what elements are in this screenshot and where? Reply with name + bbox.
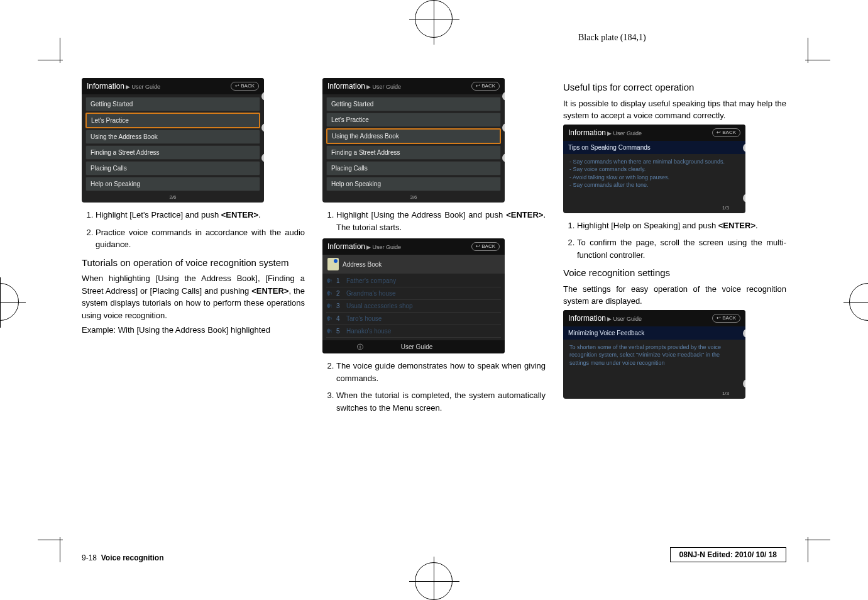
screenshot-address-book-menu: Information▶ User Guide ↩ BACK Getting S… bbox=[322, 78, 505, 203]
voice-icon: 🗣 bbox=[326, 276, 332, 286]
paragraph-tutorials: When highlighting [Using the Address Boo… bbox=[82, 272, 305, 321]
step-2: The voice guide demonstrates how to spea… bbox=[336, 360, 546, 384]
breadcrumb: ▶ User Guide bbox=[366, 84, 401, 90]
address-book-title: Address Book bbox=[343, 260, 382, 269]
breadcrumb: ▶ User Guide bbox=[607, 316, 642, 322]
back-button[interactable]: ↩ BACK bbox=[712, 128, 740, 137]
steps-list-3: Highlight [Help on Speaking] and push <E… bbox=[563, 219, 786, 262]
menu-item-lets-practice[interactable]: Let's Practice bbox=[326, 113, 501, 127]
back-button[interactable]: ↩ BACK bbox=[712, 314, 740, 323]
screen-title: Information bbox=[568, 314, 606, 323]
registration-mark-left bbox=[0, 283, 19, 321]
screenshot-lets-practice: Information▶ User Guide ↩ BACK Getting S… bbox=[82, 78, 264, 203]
step-1: Highlight [Help on Speaking] and push <E… bbox=[577, 219, 786, 232]
crop-mark bbox=[60, 38, 60, 63]
breadcrumb: ▶ User Guide bbox=[607, 130, 642, 136]
list-item[interactable]: 🗣5Hanako's house bbox=[326, 325, 501, 338]
breadcrumb: ▶ User Guide bbox=[366, 244, 401, 250]
registration-mark-top bbox=[415, 0, 453, 38]
footer-label: User Guide bbox=[401, 342, 433, 352]
crop-mark bbox=[808, 537, 808, 562]
crop-mark bbox=[38, 60, 63, 60]
screen-title: Information bbox=[87, 82, 124, 91]
back-button[interactable]: ↩ BACK bbox=[231, 82, 259, 91]
heading-tutorials: Tutorials on operation of voice recognit… bbox=[82, 256, 305, 270]
list-item[interactable]: 🗣2Grandma's house bbox=[326, 287, 501, 300]
scroll-up-icon[interactable]: ▲ bbox=[743, 329, 745, 338]
subtitle-bar: Minimizing Voice Feedback bbox=[563, 326, 745, 340]
paragraph-example: Example: With [Using the Address Book] h… bbox=[82, 324, 305, 336]
voice-icon: 🗣 bbox=[326, 314, 332, 323]
voice-icon: 🗣 bbox=[326, 301, 332, 311]
voice-icon: 🗣 bbox=[326, 289, 332, 298]
page-content: Information▶ User Guide ↩ BACK Getting S… bbox=[82, 75, 786, 562]
column-1: Information▶ User Guide ↩ BACK Getting S… bbox=[82, 75, 305, 540]
back-button[interactable]: ↩ BACK bbox=[471, 82, 500, 91]
menu-item-help-speaking[interactable]: Help on Speaking bbox=[85, 177, 260, 191]
screen-title: Information bbox=[327, 242, 365, 251]
column-2: Information▶ User Guide ↩ BACK Getting S… bbox=[322, 75, 546, 540]
address-book-icon bbox=[327, 258, 339, 270]
page-indicator: 1/3 bbox=[563, 204, 745, 213]
crop-mark bbox=[805, 60, 830, 60]
paragraph-useful-tips: It is possible to display useful speakin… bbox=[563, 97, 786, 122]
menu-item-street-address[interactable]: Finding a Street Address bbox=[326, 145, 501, 160]
screen-title: Information bbox=[327, 82, 365, 91]
list-item[interactable]: 🗣3Usual accessories shop bbox=[326, 300, 501, 313]
step-2: To confirm the page, scroll the screen u… bbox=[577, 236, 786, 261]
heading-useful-tips: Useful tips for correct operation bbox=[563, 81, 786, 95]
list-item[interactable]: 🗣1Father's company bbox=[326, 275, 501, 287]
menu-item-getting-started[interactable]: Getting Started bbox=[85, 97, 260, 111]
menu-item-lets-practice[interactable]: Let's Practice bbox=[85, 113, 260, 128]
menu-item-placing-calls[interactable]: Placing Calls bbox=[326, 161, 501, 175]
steps-list-2b: The voice guide demonstrates how to spea… bbox=[322, 360, 546, 414]
back-button[interactable]: ↩ BACK bbox=[471, 242, 500, 251]
breadcrumb: ▶ User Guide bbox=[126, 84, 160, 90]
list-item[interactable]: 🗣4Taro's house bbox=[326, 313, 501, 325]
menu-item-street-address[interactable]: Finding a Street Address bbox=[85, 145, 260, 160]
screenshot-voice-feedback: Information▶ User Guide ↩ BACK Minimizin… bbox=[563, 310, 745, 399]
menu-item-placing-calls[interactable]: Placing Calls bbox=[85, 161, 260, 175]
steps-list-2: Highlight [Using the Address Book] and p… bbox=[322, 209, 546, 233]
crop-mark bbox=[805, 540, 830, 540]
screenshot-address-book-list: Information▶ User Guide ↩ BACK Address B… bbox=[322, 238, 505, 353]
registration-mark-bottom bbox=[415, 562, 453, 600]
page-indicator: 1/3 bbox=[563, 390, 745, 399]
page-indicator: 2/6 bbox=[82, 194, 264, 203]
column-3: Useful tips for correct operation It is … bbox=[563, 75, 786, 540]
plate-label: Black plate (184,1) bbox=[578, 33, 646, 43]
screen-title: Information bbox=[568, 128, 606, 137]
crop-mark bbox=[60, 537, 60, 562]
voice-icon: 🗣 bbox=[326, 326, 332, 336]
scroll-down-icon[interactable]: ▼ bbox=[743, 379, 745, 388]
crop-mark bbox=[808, 38, 808, 63]
edit-stamp: 08NJ-N Edited: 2010/ 10/ 18 bbox=[670, 547, 786, 562]
step-1: Highlight [Let's Practice] and push <ENT… bbox=[96, 209, 305, 221]
step-3: When the tutorial is completed, the syst… bbox=[336, 389, 546, 414]
page-footer: 9-18 Voice recognition 08NJ-N Edited: 20… bbox=[82, 547, 786, 562]
step-1: Highlight [Using the Address Book] and p… bbox=[336, 209, 546, 233]
heading-voice-settings: Voice recognition settings bbox=[563, 266, 786, 281]
menu-item-address-book[interactable]: Using the Address Book bbox=[85, 130, 260, 144]
feedback-body: To shorten some of the verbal prompts pr… bbox=[563, 340, 745, 390]
tips-body: - Say commands when there are minimal ba… bbox=[563, 154, 745, 204]
scroll-down-icon[interactable]: ▼ bbox=[743, 194, 745, 203]
paragraph-voice-settings: The settings for easy operation of the v… bbox=[563, 283, 786, 308]
info-icon: ⓘ bbox=[357, 342, 363, 352]
menu-item-help-speaking[interactable]: Help on Speaking bbox=[326, 177, 501, 191]
crop-mark bbox=[38, 540, 63, 540]
screenshot-tips: Information▶ User Guide ↩ BACK Tips on S… bbox=[563, 125, 745, 213]
footer-bar: ⓘ User Guide bbox=[322, 340, 505, 353]
registration-mark-right bbox=[849, 283, 868, 321]
menu-item-getting-started[interactable]: Getting Started bbox=[326, 97, 501, 111]
steps-list-1: Highlight [Let's Practice] and push <ENT… bbox=[82, 209, 305, 251]
page-indicator: 3/6 bbox=[322, 194, 505, 203]
step-2: Practice voice commands in accordance wi… bbox=[96, 226, 305, 251]
menu-item-address-book[interactable]: Using the Address Book bbox=[326, 128, 501, 144]
page-number: 9-18 Voice recognition bbox=[82, 553, 164, 562]
subtitle-bar: Tips on Speaking Commands bbox=[563, 141, 745, 154]
scroll-up-icon[interactable]: ▲ bbox=[743, 143, 745, 152]
